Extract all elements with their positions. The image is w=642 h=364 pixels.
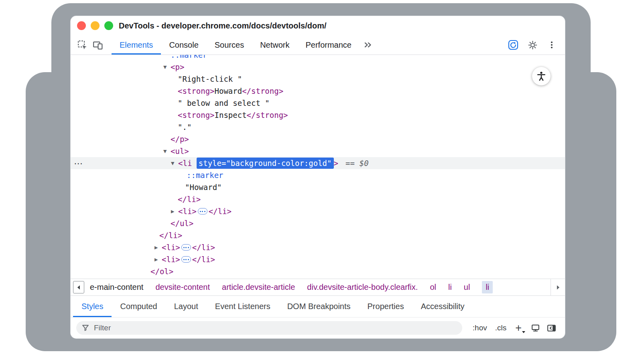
expanded-arrow-icon[interactable]: ▼: [163, 65, 171, 69]
tree-line-outer-li-close[interactable]: </li>: [71, 229, 565, 241]
page: DevTools - developer.chrome.com/docs/dev…: [0, 0, 642, 364]
breadcrumb-item[interactable]: devsite-content: [155, 283, 210, 292]
tree-line-marker[interactable]: ::marker: [71, 169, 565, 181]
refresh-icon[interactable]: [506, 40, 521, 50]
tree-line-strong-inspect[interactable]: <strong>Inspect</strong>: [71, 109, 565, 121]
text-node: " below and select ": [178, 99, 270, 107]
expand-ellipsis-button[interactable]: [181, 244, 191, 251]
accessibility-overlay-button[interactable]: [532, 67, 551, 85]
expand-ellipsis-button[interactable]: [181, 256, 191, 263]
highlighted-style-attribute[interactable]: style="background-color:gold": [197, 158, 334, 169]
tab-event-listeners[interactable]: Event Listeners: [207, 296, 279, 317]
scroll-right-button[interactable]: [551, 279, 565, 295]
tab-properties[interactable]: Properties: [359, 296, 412, 317]
main-toolbar: Elements Console Sources Network Perform…: [71, 35, 565, 55]
devtools-window: DevTools - developer.chrome.com/docs/dev…: [71, 16, 565, 338]
new-style-rule-button[interactable]: +: [515, 323, 522, 334]
tab-elements[interactable]: Elements: [112, 35, 161, 55]
selected-tree-line[interactable]: ⋯ ▼ <li style="background-color:gold"> =…: [71, 157, 565, 169]
breadcrumb-item[interactable]: li: [448, 283, 452, 292]
tree-line-li-collapsed[interactable]: ▶ <li></li>: [71, 205, 565, 217]
tab-accessibility[interactable]: Accessibility: [412, 296, 473, 317]
tab-layout[interactable]: Layout: [166, 296, 207, 317]
chevron-double-right-icon[interactable]: [360, 35, 376, 55]
tree-line-text[interactable]: " below and select ": [71, 97, 565, 109]
tree-line-p-close[interactable]: </p>: [71, 133, 565, 145]
tab-styles[interactable]: Styles: [73, 296, 112, 317]
text-node: ".": [178, 123, 191, 131]
tree-line-ul-close[interactable]: </ul>: [71, 217, 565, 229]
expanded-arrow-icon[interactable]: ▼: [163, 149, 171, 154]
pseudo-element-label: ::marker: [187, 171, 223, 180]
breadcrumb-item[interactable]: div.devsite-article-body.clearfix.: [307, 283, 418, 292]
breadcrumb-item[interactable]: e-main-content: [90, 283, 143, 292]
tree-line-marker-clipped[interactable]: ::marker: [71, 55, 565, 61]
scroll-right-icon: [555, 284, 561, 291]
collapsed-arrow-icon[interactable]: ▶: [171, 209, 178, 214]
tab-console[interactable]: Console: [161, 35, 206, 55]
toolbar-right: [506, 35, 561, 55]
panel-toggle-icon[interactable]: [543, 323, 559, 333]
collapsed-arrow-icon[interactable]: ▶: [154, 257, 162, 262]
console-reference: $0: [360, 159, 369, 168]
styles-filter-bar: :hov .cls +: [71, 317, 565, 338]
minimize-window-button[interactable]: [91, 21, 100, 30]
breadcrumb-bar: e-main-content devsite-content article.d…: [71, 279, 565, 295]
tab-sources[interactable]: Sources: [207, 35, 252, 55]
expanded-arrow-icon[interactable]: ▼: [171, 161, 178, 166]
tab-computed[interactable]: Computed: [112, 296, 165, 317]
tree-line-li-collapsed[interactable]: ▶ <li></li>: [71, 241, 565, 253]
scroll-left-button[interactable]: [73, 281, 84, 293]
maximize-window-button[interactable]: [104, 21, 113, 30]
gear-icon[interactable]: [525, 40, 540, 50]
inspect-cursor-icon[interactable]: [75, 35, 90, 55]
element-classes-toggle[interactable]: .cls: [495, 324, 507, 332]
traffic-lights: [77, 21, 113, 30]
titlebar: DevTools - developer.chrome.com/docs/dev…: [71, 16, 565, 35]
dropdown-caret-icon: [522, 331, 525, 333]
filter-field: [76, 321, 462, 335]
window-title: DevTools - developer.chrome.com/docs/dev…: [119, 21, 327, 30]
tree-line-li-close[interactable]: </li>: [71, 193, 565, 205]
pseudo-state-toggle[interactable]: :hov: [473, 324, 487, 332]
close-window-button[interactable]: [77, 21, 86, 30]
tree-line-ul-open[interactable]: ▼ <ul>: [71, 145, 565, 157]
panel-tabs: Elements Console Sources Network Perform…: [112, 35, 376, 55]
accessibility-person-icon: [536, 71, 547, 82]
kebab-menu-icon[interactable]: [544, 40, 559, 50]
dom-tree: ::marker ▼ <p> "Right-click " <strong>Ho…: [71, 55, 565, 279]
tree-line-p-open[interactable]: ▼ <p>: [71, 61, 565, 73]
text-node: Howard: [215, 87, 242, 95]
scroll-left-icon: [75, 284, 82, 291]
breadcrumb-item[interactable]: ul: [464, 283, 470, 292]
breadcrumb-item[interactable]: article.devsite-article: [222, 283, 295, 292]
tree-line-text[interactable]: ".": [71, 121, 565, 133]
tree-line-ol-close[interactable]: </ol>: [71, 265, 565, 277]
equals-sign: ==: [345, 159, 355, 168]
collapsed-arrow-icon[interactable]: ▶: [154, 245, 162, 250]
filter-input[interactable]: [76, 321, 462, 335]
more-actions-icon[interactable]: ⋯: [74, 158, 83, 168]
tab-network[interactable]: Network: [252, 35, 297, 55]
breadcrumb-item[interactable]: ol: [430, 283, 436, 292]
text-node: "Right-click ": [178, 75, 242, 83]
pseudo-element-label: ::marker: [171, 55, 207, 59]
text-node: "Howard": [185, 183, 222, 192]
tree-line-li-collapsed[interactable]: ▶ <li></li>: [71, 253, 565, 265]
rendering-emulations-icon[interactable]: [527, 323, 543, 333]
tab-performance[interactable]: Performance: [298, 35, 360, 55]
tree-line-text[interactable]: "Howard": [71, 181, 565, 193]
breadcrumb: e-main-content devsite-content article.d…: [84, 279, 551, 295]
tab-dom-breakpoints[interactable]: DOM Breakpoints: [279, 296, 359, 317]
funnel-icon: [81, 324, 89, 332]
device-toolbar-icon[interactable]: [90, 35, 105, 55]
expand-ellipsis-button[interactable]: [198, 208, 207, 214]
text-node: Inspect: [215, 111, 247, 119]
tree-line-strong-howard[interactable]: <strong>Howard</strong>: [71, 85, 565, 97]
styles-pane-tabs: Styles Computed Layout Event Listeners D…: [71, 295, 565, 317]
tree-line-text[interactable]: "Right-click ": [71, 73, 565, 85]
breadcrumb-item-selected[interactable]: li: [482, 281, 493, 293]
